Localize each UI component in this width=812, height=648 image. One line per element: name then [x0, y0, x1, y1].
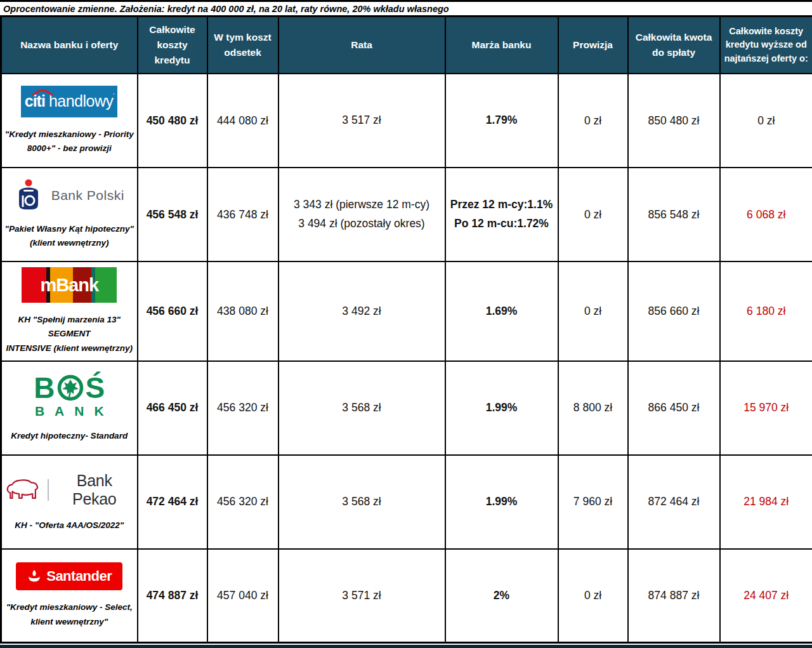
- offer-name: "Kredyt mieszkaniowy - Priority 8000+" -…: [5, 128, 134, 156]
- interest-cost-cell: 456 320 zł: [207, 455, 278, 549]
- offer-name: KH - "Oferta 4AA/OS/2022": [15, 519, 124, 532]
- prowizja-cell: 0 zł: [558, 74, 628, 168]
- total-repay-cell: 850 480 zł: [628, 74, 720, 168]
- offer-name: "Pakiet Własny Kąt hipoteczny" (klient w…: [5, 222, 134, 251]
- table-row: citi handlowy' "Kredyt mieszkaniowy - Pr…: [1, 74, 812, 168]
- interest-cost-cell: 444 080 zł: [207, 74, 278, 168]
- total-cost-cell: 456 660 zł: [138, 261, 207, 361]
- marza-cell: 1.79%: [445, 74, 558, 168]
- santander-flame-icon: [27, 570, 42, 583]
- bank-cell-pekao: Bank Pekao KH - "Oferta 4AA/OS/2022": [1, 455, 138, 549]
- bank-cell-santander: Santander "Kredyt mieszkaniowy - Select,…: [1, 549, 138, 643]
- table-row: B Ś BANK Kredyt hipotecz: [1, 361, 812, 455]
- rata-cell: 3 343 zł (pierwsze 12 m-cy)3 494 zł (poz…: [278, 168, 445, 261]
- table-row: mBank KH "Spełnij marzenia 13" SEGMENT I…: [1, 261, 812, 361]
- offer-name: KH "Spełnij marzenia 13" SEGMENT INTENSI…: [4, 313, 134, 355]
- total-repay-cell: 872 464 zł: [628, 455, 720, 549]
- mbank-label: mBank: [22, 267, 117, 303]
- table-row: Bank Pekao KH - "Oferta 4AA/OS/2022" 472…: [1, 455, 812, 549]
- total-repay-cell: 866 450 zł: [628, 361, 720, 455]
- marza-cell: Przez 12 m-cy:1.1%Po 12 m-cu:1.72%: [445, 168, 558, 261]
- assumptions-note: Oprocentowanie zmienne. Założenia: kredy…: [0, 0, 812, 15]
- pko-bank-polski-logo: Bank Polski: [15, 179, 124, 212]
- excess-cell: 24 407 zł: [720, 549, 812, 643]
- bos-bank-label: BANK: [35, 404, 114, 419]
- total-cost-cell: 474 887 zł: [138, 549, 207, 643]
- pekao-bison-icon: [4, 477, 42, 503]
- interest-cost-cell: 456 320 zł: [207, 361, 278, 455]
- santander-logo: Santander: [16, 562, 122, 590]
- pekao-divider: [48, 479, 49, 501]
- table-header: Nazwa banku i oferty Całkowite koszty kr…: [1, 17, 812, 74]
- bank-pekao-logo: Bank Pekao: [4, 472, 134, 508]
- table-row: Santander "Kredyt mieszkaniowy - Select,…: [1, 549, 812, 643]
- marza-cell: 1.69%: [445, 261, 558, 361]
- excess-cell: 6 068 zł: [720, 168, 812, 261]
- prowizja-cell: 0 zł: [558, 168, 628, 261]
- rata-cell: 3 568 zł: [278, 455, 445, 549]
- rata-cell: 3 568 zł: [278, 361, 445, 455]
- mbank-logo: mBank: [22, 267, 117, 303]
- citi-arc-icon: [32, 89, 53, 96]
- pko-piggybank-icon: [15, 179, 43, 212]
- mortgage-comparison-page: Oprocentowanie zmienne. Założenia: kredy…: [0, 0, 812, 648]
- rata-cell: 3 571 zł: [278, 549, 445, 643]
- mortgage-comparison-table: Nazwa banku i oferty Całkowite koszty kr…: [0, 15, 812, 644]
- interest-cost-cell: 457 040 zł: [207, 549, 278, 643]
- rata-cell: 3 517 zł: [278, 74, 445, 168]
- prowizja-cell: 8 800 zł: [558, 361, 628, 455]
- total-repay-cell: 856 660 zł: [628, 261, 720, 361]
- citi-wordmark: citi: [25, 92, 45, 110]
- next-table-header-edge: [0, 645, 812, 648]
- bos-leaf-icon: [56, 373, 85, 402]
- bank-cell-citi: citi handlowy' "Kredyt mieszkaniowy - Pr…: [1, 74, 138, 168]
- col-header-rata: Rata: [278, 17, 445, 74]
- marza-cell: 1.99%: [445, 455, 558, 549]
- col-header-prowizja: Prowizja: [558, 17, 628, 74]
- offer-name: "Kredyt mieszkaniowy - Select, klient we…: [6, 600, 133, 629]
- total-cost-cell: 466 450 zł: [138, 361, 207, 455]
- marza-cell: 1.99%: [445, 361, 558, 455]
- excess-cell: 6 180 zł: [720, 261, 812, 361]
- pekao-label: Bank Pekao: [55, 472, 134, 508]
- marza-cell: 2%: [445, 549, 558, 643]
- interest-cost-cell: 438 080 zł: [207, 261, 278, 361]
- offer-name: Kredyt hipoteczny- Standard: [11, 429, 128, 443]
- total-cost-cell: 472 464 zł: [138, 455, 207, 549]
- col-header-bank: Nazwa banku i oferty: [1, 17, 138, 74]
- pko-label: Bank Polski: [51, 188, 124, 203]
- interest-cost-cell: 436 748 zł: [207, 168, 278, 261]
- bank-cell-bos: B Ś BANK Kredyt hipotecz: [1, 361, 138, 455]
- total-cost-cell: 450 480 zł: [138, 74, 207, 168]
- total-repay-cell: 856 548 zł: [628, 168, 720, 261]
- col-header-marza: Marża banku: [445, 17, 558, 74]
- col-header-interest-cost: W tym koszt odsetek: [207, 17, 278, 74]
- bank-cell-pko: Bank Polski "Pakiet Własny Kąt hipoteczn…: [1, 168, 138, 261]
- bos-bank-logo: B Ś BANK: [25, 373, 114, 419]
- citi-handlowy-wordmark: handlowy': [49, 92, 114, 110]
- prowizja-cell: 7 960 zł: [558, 455, 628, 549]
- prowizja-cell: 0 zł: [558, 549, 628, 643]
- table-row: Bank Polski "Pakiet Własny Kąt hipoteczn…: [1, 168, 812, 261]
- prowizja-cell: 0 zł: [558, 261, 628, 361]
- excess-cell: 0 zł: [720, 74, 812, 168]
- total-repay-cell: 874 887 zł: [628, 549, 720, 643]
- excess-cell: 15 970 zł: [720, 361, 812, 455]
- col-header-total-repay: Całkowita kwota do spłaty: [628, 17, 720, 74]
- col-header-total-cost: Całkowite koszty kredytu: [138, 17, 207, 74]
- rata-cell: 3 492 zł: [278, 261, 445, 361]
- santander-label: Santander: [46, 568, 112, 585]
- citi-handlowy-logo: citi handlowy': [21, 86, 117, 117]
- col-header-excess: Całkowite koszty kredytu wyższe od najta…: [720, 17, 812, 74]
- total-cost-cell: 456 548 zł: [138, 168, 207, 261]
- bank-cell-mbank: mBank KH "Spełnij marzenia 13" SEGMENT I…: [1, 261, 138, 361]
- excess-cell: 21 984 zł: [720, 455, 812, 549]
